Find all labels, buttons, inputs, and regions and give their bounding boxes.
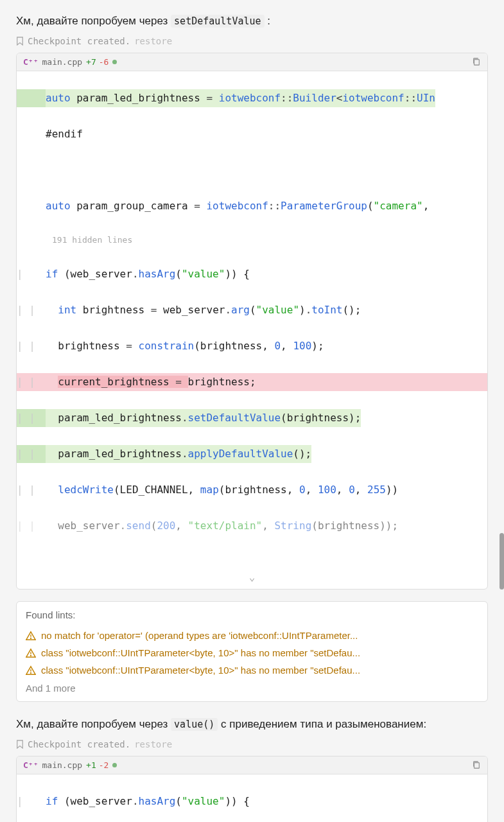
diff-added-count: +1 (86, 760, 96, 770)
code-header: C⁺⁺ main.cpp +7 -6 (17, 53, 487, 71)
lint-item[interactable]: class "iotwebconf::UIntTParameter<byte, … (26, 661, 478, 679)
svg-rect-7 (474, 763, 480, 769)
code-diff-block: C⁺⁺ main.cpp +7 -6 auto param_led_bright… (16, 53, 488, 590)
lang-badge: C⁺⁺ (23, 760, 38, 770)
copy-icon[interactable] (472, 760, 481, 769)
code-diff-block: C⁺⁺ main.cpp +1 -2 | if (web_server.hasA… (16, 756, 488, 822)
assistant-message: Хм, давайте попробуем через value() с пр… (16, 716, 488, 733)
lints-more[interactable]: And 1 more (26, 683, 478, 694)
filename-label: main.cpp (42, 760, 82, 770)
code-body: | if (web_server.hasArg("value")) { | | … (17, 774, 487, 822)
lang-badge: C⁺⁺ (23, 57, 38, 67)
restore-link[interactable]: restore (134, 739, 172, 749)
status-dot (112, 60, 117, 64)
svg-point-4 (31, 655, 31, 656)
svg-point-2 (31, 638, 31, 638)
svg-point-6 (31, 672, 31, 673)
restore-link[interactable]: restore (134, 36, 172, 46)
status-dot (112, 763, 117, 767)
inline-code: value() (171, 718, 218, 731)
diff-removed-count: -6 (99, 57, 109, 67)
assistant-message: Хм, давайте попробуем через setDefaultVa… (16, 13, 488, 30)
checkpoint-row: Checkpoint created. restore (16, 739, 488, 749)
filename-label: main.cpp (42, 57, 82, 67)
bookmark-icon (16, 740, 24, 749)
lints-title: Found lints: (26, 609, 478, 620)
code-header: C⁺⁺ main.cpp +1 -2 (17, 756, 487, 774)
lint-item[interactable]: class "iotwebconf::UIntTParameter<byte, … (26, 644, 478, 661)
lints-block: Found lints: no match for 'operator=' (o… (16, 601, 488, 702)
warning-icon (26, 665, 36, 676)
copy-icon[interactable] (472, 57, 481, 66)
lint-item[interactable]: no match for 'operator=' (operand types … (26, 627, 478, 644)
warning-icon (26, 648, 36, 658)
bookmark-icon (16, 37, 24, 46)
checkpoint-label: Checkpoint created. (28, 36, 130, 46)
warning-icon (26, 631, 36, 641)
checkpoint-label: Checkpoint created. (28, 739, 130, 749)
expand-chevron-icon[interactable]: ⌄ (249, 568, 256, 586)
inline-code: setDefaultValue (171, 15, 264, 28)
hidden-lines-label[interactable]: 191 hidden lines (17, 233, 487, 248)
code-body: auto param_led_brightness = iotwebconf::… (17, 71, 487, 590)
svg-rect-0 (474, 60, 480, 66)
scrollbar-thumb[interactable] (500, 533, 504, 590)
diff-added-count: +7 (86, 57, 96, 67)
checkpoint-row: Checkpoint created. restore (16, 36, 488, 46)
diff-removed-count: -2 (99, 760, 109, 770)
